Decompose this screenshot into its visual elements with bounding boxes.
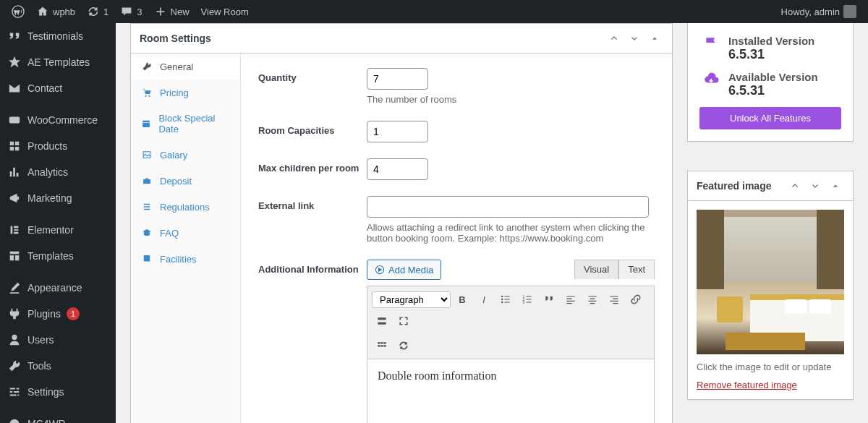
tab-pricing[interactable]: Pricing <box>131 80 240 106</box>
media-icon <box>375 265 385 275</box>
italic-button[interactable]: I <box>474 289 494 309</box>
readmore-button[interactable] <box>372 311 392 331</box>
toggle-button[interactable] <box>827 177 844 195</box>
updates-count: 1 <box>103 7 109 17</box>
sidebar-item-tools[interactable]: Tools <box>0 353 116 379</box>
text-tab[interactable]: Text <box>618 260 655 279</box>
refresh-button[interactable] <box>393 336 414 356</box>
svg-rect-3 <box>14 226 18 228</box>
kitchen-sink-button[interactable] <box>372 336 392 356</box>
move-up-button[interactable] <box>605 30 623 47</box>
tab-label: Regulations <box>160 202 210 213</box>
admin-sidebar: Testimonials AE Templates Contact WooCom… <box>0 23 116 423</box>
my-account[interactable]: Howdy, admin <box>775 0 862 23</box>
sidebar-item-products[interactable]: Products <box>0 133 116 159</box>
remove-featured-image-link[interactable]: Remove featured image <box>697 380 797 390</box>
visual-tab[interactable]: Visual <box>574 260 618 279</box>
tab-regulations[interactable]: Regulations <box>131 194 240 220</box>
new-link[interactable]: New <box>148 0 195 23</box>
briefcase-icon <box>141 175 153 187</box>
toggle-button[interactable] <box>646 30 663 47</box>
align-right-button[interactable] <box>604 289 624 309</box>
tab-gallery[interactable]: Galary <box>131 142 240 168</box>
site-name: wphb <box>53 7 75 17</box>
svg-rect-7 <box>10 255 14 260</box>
bold-button[interactable]: B <box>452 289 472 309</box>
sidebar-item-label: Products <box>27 140 67 152</box>
sidebar-item-label: Plugins <box>27 308 61 320</box>
sidebar-item-woocommerce[interactable]: WooCommerce <box>0 107 116 133</box>
site-link[interactable]: wphb <box>30 0 81 23</box>
sidebar-item-label: Settings <box>27 386 64 398</box>
sidebar-item-templates[interactable]: Templates <box>0 243 116 269</box>
svg-rect-31 <box>383 342 386 343</box>
add-media-button[interactable]: Add Media <box>367 260 441 280</box>
align-center-button[interactable] <box>582 289 603 309</box>
sidebar-item-label: Elementor <box>27 224 74 236</box>
tab-deposit[interactable]: Deposit <box>131 168 240 194</box>
comments-link[interactable]: 3 <box>114 0 148 23</box>
sidebar-item-marketing[interactable]: Marketing <box>0 185 116 211</box>
sidebar-item-mc4wp[interactable]: MC4WP <box>0 411 116 423</box>
list-icon <box>141 201 153 213</box>
number-list-button[interactable]: 123 <box>517 289 537 309</box>
svg-rect-4 <box>14 229 18 231</box>
updates-link[interactable]: 1 <box>81 0 114 23</box>
view-link[interactable]: View Room <box>195 0 255 23</box>
bullet-list-button[interactable] <box>495 289 516 309</box>
tab-block-date[interactable]: Block Special Date <box>131 106 240 142</box>
editor-body[interactable]: Double room information <box>367 359 655 423</box>
tab-facilities[interactable]: Facilities <box>131 246 240 272</box>
sidebar-item-plugins[interactable]: Plugins1 <box>0 301 116 327</box>
svg-rect-28 <box>378 322 386 325</box>
mail-icon <box>7 81 22 95</box>
tab-faq[interactable]: FAQ <box>131 220 240 246</box>
tab-general[interactable]: General <box>131 54 240 80</box>
plus-icon <box>154 5 167 18</box>
sidebar-item-users[interactable]: Users <box>0 327 116 353</box>
room-settings-postbox: Room Settings General Pricing Block Spec… <box>130 23 673 423</box>
svg-rect-27 <box>378 317 386 320</box>
svg-rect-1 <box>9 117 20 124</box>
room-settings-title: Room Settings <box>140 33 211 44</box>
wp-logo[interactable] <box>6 0 30 23</box>
tab-label: Facilities <box>160 254 197 265</box>
sidebar-item-testimonials[interactable]: Testimonials <box>0 23 116 49</box>
templates-icon <box>7 249 22 263</box>
refresh-icon <box>87 5 100 18</box>
avatar <box>843 5 856 18</box>
svg-rect-30 <box>380 342 383 343</box>
svg-rect-6 <box>10 252 20 255</box>
sidebar-item-elementor[interactable]: Elementor <box>0 217 116 243</box>
featured-image-thumbnail[interactable] <box>697 210 844 354</box>
sidebar-item-appearance[interactable]: Appearance <box>0 275 116 301</box>
move-down-button[interactable] <box>626 30 643 47</box>
svg-rect-17 <box>142 121 150 127</box>
quantity-input[interactable] <box>367 68 428 90</box>
max-children-input[interactable] <box>367 158 428 180</box>
format-select[interactable]: Paragraph <box>372 291 451 308</box>
capacities-input[interactable] <box>367 121 428 142</box>
svg-point-23 <box>501 302 503 303</box>
move-down-button[interactable] <box>807 177 824 195</box>
installed-version-label: Installed Version <box>728 35 814 47</box>
align-left-button[interactable] <box>561 289 581 309</box>
unlock-features-button[interactable]: Unlock All Features <box>699 107 841 129</box>
move-up-button[interactable] <box>786 177 804 195</box>
available-version-label: Available Version <box>728 71 818 83</box>
image-icon <box>141 149 153 161</box>
sidebar-item-ae-templates[interactable]: AE Templates <box>0 49 116 75</box>
sidebar-item-analytics[interactable]: Analytics <box>0 159 116 185</box>
sidebar-item-settings[interactable]: Settings <box>0 379 116 405</box>
fullscreen-button[interactable] <box>393 311 414 331</box>
quote-icon <box>7 29 22 43</box>
sidebar-item-contact[interactable]: Contact <box>0 75 116 101</box>
woo-icon <box>7 113 22 127</box>
room-settings-tabs: General Pricing Block Special Date Galar… <box>131 54 241 423</box>
adminbar: wphb 1 3 New View Room Howdy, admin <box>0 0 868 23</box>
svg-point-10 <box>10 419 20 423</box>
link-button[interactable] <box>626 289 646 309</box>
quote-button[interactable] <box>539 289 559 309</box>
external-link-input[interactable] <box>367 196 649 218</box>
sidebar-item-label: Tools <box>27 360 51 372</box>
